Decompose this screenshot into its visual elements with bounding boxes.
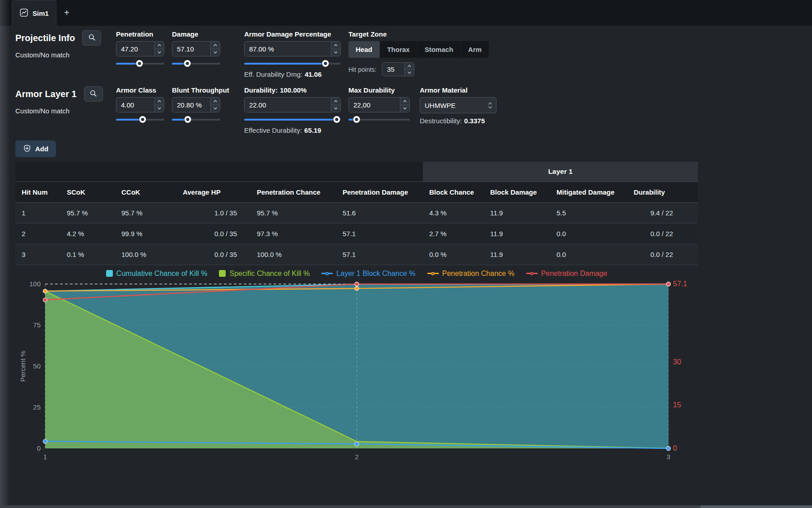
- blunt-increment-button[interactable]: [211, 98, 220, 105]
- svg-text:100: 100: [29, 280, 41, 288]
- chevron-down-icon: [213, 106, 217, 110]
- tab-sim1[interactable]: Sim1: [12, 0, 56, 26]
- penetration-slider[interactable]: [116, 60, 164, 67]
- durability-decrement-button[interactable]: [331, 105, 340, 112]
- table-cell: 100.0 %: [251, 244, 336, 265]
- svg-text:3: 3: [667, 453, 670, 461]
- penetration-increment-button[interactable]: [155, 42, 164, 49]
- shield-plus-icon: [23, 144, 31, 154]
- armor-damage-increment-button[interactable]: [331, 42, 340, 49]
- table-cell: 4.3 %: [423, 202, 484, 223]
- hit-points-value: 35: [382, 63, 404, 76]
- armor-damage-input[interactable]: 87.00 %: [244, 41, 341, 56]
- table-cell: 95.7 %: [251, 202, 336, 223]
- armor-class-decrement-button[interactable]: [155, 105, 164, 112]
- blunt-decrement-button[interactable]: [211, 105, 220, 112]
- max-durability-input[interactable]: 22,00: [348, 97, 410, 112]
- slider-thumb[interactable]: [139, 116, 146, 123]
- chevron-down-icon: [403, 106, 407, 110]
- add-armor-layer-button[interactable]: Add: [15, 140, 56, 157]
- legend-item[interactable]: Penetration Chance %: [427, 270, 515, 278]
- penetration-label: Penetration: [116, 30, 172, 38]
- armor-class-increment-button[interactable]: [155, 98, 164, 105]
- projectile-info-title: Projectile Info: [15, 33, 75, 43]
- results-table: Layer 1 Hit NumSCoKCCoKAverage HPPenetra…: [15, 162, 698, 265]
- blunt-throughput-slider[interactable]: [172, 116, 220, 123]
- durability-increment-button[interactable]: [331, 98, 340, 105]
- table-group-header-row: Layer 1: [15, 162, 698, 182]
- slider-thumb[interactable]: [334, 116, 340, 123]
- armor-class-slider[interactable]: [116, 116, 164, 123]
- damage-decrement-button[interactable]: [211, 49, 220, 56]
- table-cell: 4.2 %: [60, 223, 115, 244]
- chevron-down-icon: [158, 50, 161, 54]
- legend-marker: [321, 270, 333, 277]
- hit-points-label: Hit points:: [348, 66, 376, 73]
- armor-material-value: UHMWPE: [425, 102, 455, 109]
- chevron-up-icon: [403, 100, 407, 103]
- max-durability-increment-button[interactable]: [400, 98, 409, 105]
- armor-search-button[interactable]: [84, 86, 103, 102]
- column-header: Average HP: [176, 182, 251, 202]
- penetration-decrement-button[interactable]: [155, 49, 164, 56]
- legend-item[interactable]: Specific Chance of Kill %: [219, 270, 310, 278]
- svg-text:57.1: 57.1: [673, 280, 687, 288]
- search-icon: [89, 89, 97, 98]
- target-zone-section: Target Zone HeadThoraxStomachArm Hit poi…: [348, 30, 698, 78]
- table-row: 195.7 %95.7 %1.0 / 3595.7 %51.64.3 %11.9…: [15, 202, 698, 223]
- window-bottom-edge: [0, 505, 812, 508]
- slider-thumb[interactable]: [322, 60, 329, 67]
- legend-label: Cumulative Chance of Kill %: [116, 270, 208, 278]
- damage-slider[interactable]: [172, 60, 220, 67]
- table-header-row: Hit NumSCoKCCoKAverage HPPenetration Cha…: [15, 182, 698, 202]
- durability-slider[interactable]: [244, 116, 341, 123]
- simulation-controls: Projectile Info Custom/No match Penetrat…: [15, 30, 698, 134]
- slider-thumb[interactable]: [136, 60, 143, 67]
- damage-increment-button[interactable]: [211, 42, 220, 49]
- slider-thumb[interactable]: [184, 60, 191, 67]
- legend-item[interactable]: Penetration Damage: [526, 270, 608, 278]
- target-zone-head[interactable]: Head: [348, 41, 380, 58]
- armor-damage-decrement-button[interactable]: [331, 49, 340, 56]
- chevron-down-icon: [334, 50, 338, 54]
- column-header: Block Damage: [484, 182, 550, 202]
- legend-marker: [427, 270, 439, 277]
- max-durability-decrement-button[interactable]: [400, 105, 409, 112]
- armor-material-select[interactable]: UHMWPE: [420, 97, 496, 113]
- blunt-throughput-input[interactable]: 20.80 %: [172, 97, 220, 112]
- select-chevrons-icon: [489, 102, 492, 109]
- legend-marker: [219, 270, 226, 277]
- column-header: Durability: [627, 182, 698, 202]
- slider-thumb[interactable]: [353, 116, 360, 123]
- armor-class-input[interactable]: 4.00: [116, 97, 164, 112]
- damage-input[interactable]: 57.10: [172, 41, 220, 56]
- projectile-search-button[interactable]: [82, 30, 101, 46]
- target-zone-thorax[interactable]: Thorax: [380, 41, 418, 58]
- new-tab-button[interactable]: +: [56, 0, 77, 26]
- legend-item[interactable]: Cumulative Chance of Kill %: [106, 270, 208, 278]
- main-content: Projectile Info Custom/No match Penetrat…: [0, 26, 698, 465]
- durability-input[interactable]: 22.00: [244, 97, 341, 112]
- slider-thumb[interactable]: [185, 116, 191, 123]
- penetration-input[interactable]: 47.20: [116, 41, 164, 56]
- target-zone-arm[interactable]: Arm: [461, 41, 489, 58]
- legend-item[interactable]: Layer 1 Block Chance %: [321, 270, 415, 278]
- search-icon: [88, 33, 96, 42]
- max-durability-slider[interactable]: [348, 116, 410, 123]
- max-durability-label: Max Durability: [348, 86, 420, 94]
- target-zone-stomach[interactable]: Stomach: [418, 41, 461, 58]
- armor-damage-slider[interactable]: [244, 60, 341, 67]
- column-header: Block Chance: [423, 182, 484, 202]
- chevron-down-icon: [334, 106, 338, 110]
- table-cell: 0.0 / 22: [627, 223, 698, 244]
- hit-points-decrement-button[interactable]: [405, 69, 414, 76]
- damage-value: 57.10: [172, 42, 210, 56]
- chevron-up-icon: [213, 100, 217, 103]
- durability-field-group: Durability:100.00% 22.00 Effective Durab…: [244, 86, 348, 134]
- hit-points-input[interactable]: 35: [382, 62, 414, 76]
- armor-class-value: 4.00: [116, 98, 154, 112]
- legend-label: Penetration Chance %: [442, 270, 515, 278]
- column-header: Penetration Chance: [251, 182, 336, 202]
- armor-material-field-group: Armor Material UHMWPE Destructibility:0.…: [420, 86, 698, 134]
- hit-points-increment-button[interactable]: [405, 63, 414, 69]
